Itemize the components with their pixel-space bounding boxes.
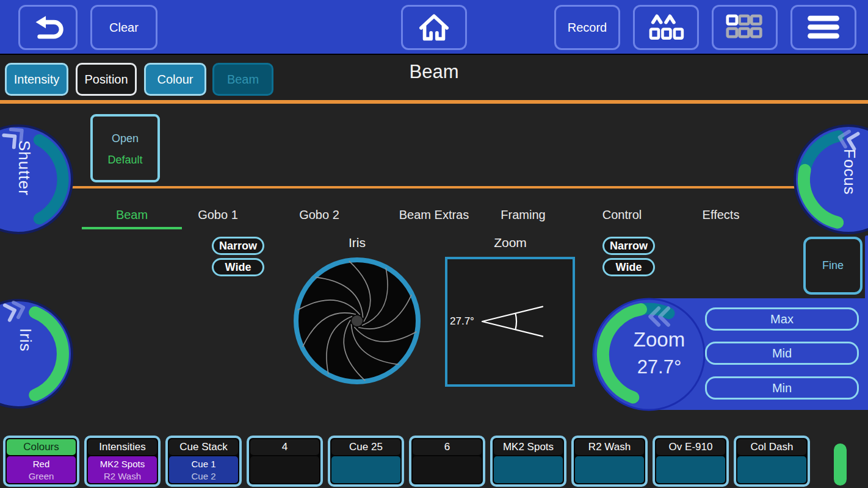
playback-body	[250, 456, 319, 483]
playback-title: Cue 25	[331, 439, 400, 455]
tab-intensity[interactable]: Intensity	[5, 63, 68, 96]
home-icon	[418, 13, 450, 42]
playback-line: Green	[29, 470, 54, 482]
playback-row: ColoursRedGreenIntensitiesMK2 SpotsR2 Wa…	[0, 436, 868, 487]
zoom-collapse-chevron-icon	[645, 306, 673, 327]
playback-body: Cue 1Cue 2	[169, 456, 238, 483]
playback-body: RedGreen	[7, 456, 76, 483]
sub-tab-effects[interactable]: Effects	[686, 204, 756, 227]
hamburger-menu-icon	[806, 13, 841, 41]
playback-body: MK2 SpotsR2 Wash	[88, 456, 157, 483]
playback-body	[494, 456, 563, 483]
playback-title: Cue Stack	[169, 439, 238, 455]
sub-tab-beam[interactable]: Beam	[82, 204, 182, 227]
playback-r2-wash[interactable]: R2 Wash	[571, 436, 648, 487]
sub-tab-control[interactable]: Control	[587, 204, 657, 227]
header-divider	[0, 100, 868, 104]
zoom-angle-value: 27.7°	[450, 315, 474, 328]
playback-title: MK2 Spots	[494, 439, 563, 455]
playback-6[interactable]: 6	[409, 436, 485, 487]
iris-wide-button[interactable]: Wide	[212, 258, 264, 276]
record-button[interactable]: Record	[554, 5, 620, 50]
clear-button[interactable]: Clear	[90, 5, 157, 50]
section-divider	[0, 186, 868, 188]
playback-title: Ov E-910	[656, 439, 725, 455]
moving-head-fixtures-icon	[647, 12, 685, 43]
playback-line: MK2 Spots	[100, 458, 145, 470]
sub-tab-gobo-1[interactable]: Gobo 1	[183, 204, 253, 227]
zoom-min-button[interactable]: Min	[705, 376, 859, 400]
menu-button[interactable]	[790, 5, 856, 50]
zoom-section-label: Zoom	[449, 235, 571, 250]
playback-title: 6	[413, 439, 482, 455]
playback-line: R2 Wash	[104, 470, 141, 482]
playback-intensities[interactable]: IntensitiesMK2 SpotsR2 Wash	[84, 436, 161, 487]
iris-narrow-button[interactable]: Narrow	[212, 237, 264, 255]
workspaces-button[interactable]	[712, 5, 778, 50]
playback-ov-e-910[interactable]: Ov E-910	[653, 436, 729, 487]
home-button[interactable]	[401, 5, 467, 50]
shutter-encoder-label: Shutter	[15, 140, 34, 232]
playback-title: 4	[250, 439, 319, 455]
playback-4[interactable]: 4	[247, 436, 323, 487]
preset-open-default-button[interactable]: Open Default	[90, 114, 160, 182]
zoom-encoder-value: 27.7°	[615, 356, 703, 378]
playback-line: Cue 2	[191, 470, 215, 482]
iris-aperture-visualization	[292, 256, 422, 386]
workspace-grid-icon	[726, 13, 764, 41]
playback-body	[656, 456, 725, 483]
fine-button[interactable]: Fine	[803, 237, 863, 295]
playback-title: Col Dash	[737, 439, 806, 455]
playback-title: Colours	[7, 439, 76, 455]
tab-colour[interactable]: Colour	[144, 63, 206, 96]
lighting-console-screen: Clear Record	[0, 0, 868, 488]
playback-colours[interactable]: ColoursRedGreen	[3, 436, 79, 487]
playback-body	[737, 456, 806, 483]
preset-line-default: Default	[107, 154, 142, 167]
playback-cue-25[interactable]: Cue 25	[328, 436, 404, 487]
playback-title: R2 Wash	[575, 439, 644, 455]
iris-section-label: Iris	[296, 235, 418, 250]
fixtures-button[interactable]	[633, 5, 699, 50]
top-toolbar: Clear Record	[0, 0, 868, 54]
playback-body	[575, 456, 644, 483]
back-arrow-icon	[32, 14, 64, 41]
zoom-max-button[interactable]: Max	[705, 307, 859, 331]
zoom-wide-button[interactable]: Wide	[602, 258, 655, 276]
focus-encoder-label: Focus	[840, 149, 859, 240]
iris-encoder-label: Iris	[16, 328, 35, 401]
back-button[interactable]	[18, 5, 78, 50]
zoom-mid-button[interactable]: Mid	[705, 342, 859, 365]
playback-cue-stack[interactable]: Cue StackCue 1Cue 2	[165, 436, 242, 487]
palette-tab-row: Intensity Position Colour Beam	[0, 54, 868, 101]
zoom-encoder-label: Zoom	[615, 328, 703, 351]
grand-master-indicator	[834, 443, 847, 486]
edge-panel-sliver	[865, 235, 868, 300]
preset-line-open: Open	[112, 132, 139, 145]
sub-tab-framing[interactable]: Framing	[488, 204, 558, 227]
playback-body	[331, 456, 400, 483]
playback-col-dash[interactable]: Col Dash	[734, 436, 810, 487]
playback-title: Intensities	[88, 439, 157, 455]
playback-line: Cue 1	[191, 458, 215, 470]
sub-tab-gobo-2[interactable]: Gobo 2	[284, 204, 354, 227]
playback-line: Red	[33, 458, 50, 470]
playback-body	[413, 456, 482, 483]
sub-tab-beam-extras[interactable]: Beam Extras	[385, 204, 483, 227]
tab-beam[interactable]: Beam	[212, 63, 273, 96]
playback-mk2-spots[interactable]: MK2 Spots	[490, 436, 566, 487]
zoom-narrow-button[interactable]: Narrow	[602, 237, 655, 255]
tab-position[interactable]: Position	[76, 63, 137, 96]
